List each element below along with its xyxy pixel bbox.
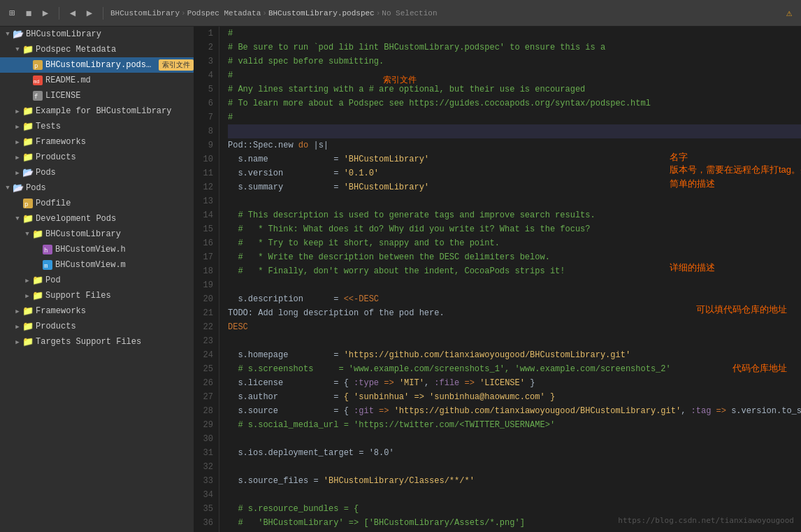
line-number: 6 xyxy=(200,96,213,110)
tree-icon-folder-blue: 📂 xyxy=(22,167,34,178)
sidebar-item-frameworks-top[interactable]: ▶📁Frameworks xyxy=(0,134,194,150)
sidebar-item-bhcustomlibrary-podspec[interactable]: pBHCustomLibrary.podspec索引文件 xyxy=(0,57,194,73)
svg-text:md: md xyxy=(34,79,39,85)
sidebar-item-podfile[interactable]: pPodfile xyxy=(0,196,194,211)
code-line: s.description = <<-DESC xyxy=(228,292,801,306)
code-line: s.homepage = 'https://github.com/tianxia… xyxy=(228,348,801,362)
sidebar-item-podspec-metadata[interactable]: ▼📁Podspec Metadata xyxy=(0,42,194,57)
code-line: s.source_files = 'BHCustomLibrary/Classe… xyxy=(228,474,801,488)
sidebar-item-pods-root[interactable]: ▼📂Pods xyxy=(0,180,194,196)
line-number: 21 xyxy=(200,306,213,320)
code-line: # * Think: What does it do? Why did you … xyxy=(228,222,801,236)
sidebar-item-bhcustomview-h[interactable]: hBHCustomView.h xyxy=(0,242,194,257)
line-number: 5 xyxy=(200,82,213,96)
code-line: # This description is used to generate t… xyxy=(228,208,801,222)
sidebar-item-pod-sub[interactable]: ▶📁Pod xyxy=(0,273,194,288)
scheme-icon[interactable]: ▶ xyxy=(39,7,52,20)
sidebar-item-products-bottom[interactable]: ▶📁Products xyxy=(0,319,194,334)
tree-arrow: ▶ xyxy=(13,168,22,178)
folder-icon[interactable]: ⊞ xyxy=(6,7,18,20)
tree-label: Products xyxy=(36,322,76,331)
tree-icon-folder: 📁 xyxy=(22,321,34,332)
tree-arrow: ▶ xyxy=(22,291,32,301)
line-numbers: 1234567891011121314151617181920212223242… xyxy=(194,27,219,532)
breadcrumb-bar: BHCustomLibrary › Podspec Metadata › BHC… xyxy=(110,9,779,17)
breadcrumb-sep-1: › xyxy=(181,9,186,17)
tree-label: BHCustomView.h xyxy=(55,245,126,254)
line-number: 18 xyxy=(200,264,213,278)
warning-icon[interactable]: ⚠ xyxy=(783,7,795,20)
code-line: # xyxy=(228,69,801,82)
code-line xyxy=(228,278,801,292)
line-number: 7 xyxy=(200,110,213,124)
tree-label: Frameworks xyxy=(36,306,86,316)
podspec-badge: 索引文件 xyxy=(159,59,194,71)
line-number: 25 xyxy=(200,362,213,376)
code-line: s.source = { :git => 'https://github.com… xyxy=(228,404,801,418)
stop-icon[interactable]: ◼ xyxy=(22,7,35,20)
sidebar-item-license[interactable]: fLICENSE xyxy=(0,88,194,103)
line-number: 29 xyxy=(200,418,213,432)
tree-arrow xyxy=(22,76,32,85)
sidebar-item-example[interactable]: ▶📁Example for BHCustomLibrary xyxy=(0,103,194,119)
line-number: 32 xyxy=(200,460,213,474)
tree-arrow: ▼ xyxy=(3,183,13,193)
toolbar-sep-1 xyxy=(59,7,59,20)
tree-icon-file-pod: p xyxy=(22,198,34,209)
tree-arrow xyxy=(22,91,32,101)
code-line: s.ios.deployment_target = '8.0' xyxy=(228,446,801,460)
tree-label: Pods xyxy=(26,183,46,193)
sidebar-item-frameworks-bottom[interactable]: ▶📁Frameworks xyxy=(0,303,194,319)
svg-text:p: p xyxy=(34,63,38,70)
tree-label: Pod xyxy=(45,275,61,285)
tree-arrow: ▶ xyxy=(22,275,32,285)
breadcrumb-root[interactable]: BHCustomLibrary xyxy=(110,9,180,17)
line-number: 14 xyxy=(200,208,213,222)
code-line xyxy=(228,334,801,348)
code-line: # valid spec before submitting. xyxy=(228,55,801,69)
line-number: 30 xyxy=(200,432,213,446)
breadcrumb-podspec-metadata[interactable]: Podspec Metadata xyxy=(187,9,261,17)
code-line: DESC xyxy=(228,320,801,334)
line-number: 34 xyxy=(200,488,213,502)
sidebar-item-bhcustomlib-sub[interactable]: ▼📁BHCustomLibrary xyxy=(0,227,194,242)
nav-forward[interactable]: ▶ xyxy=(83,7,96,20)
sidebar-item-pods-top[interactable]: ▶📂Pods xyxy=(0,165,194,180)
line-number: 4 xyxy=(200,69,213,82)
tree-icon-folder: 📁 xyxy=(32,290,43,301)
sidebar-item-support-files[interactable]: ▶📁Support Files xyxy=(0,288,194,303)
tree-icon-file-lic: f xyxy=(32,90,43,101)
tree-label: Podspec Metadata xyxy=(36,45,116,55)
sidebar-item-tests[interactable]: ▶📁Tests xyxy=(0,119,194,134)
line-number: 26 xyxy=(200,376,213,390)
code-line: # xyxy=(228,27,801,41)
sidebar-item-products-top[interactable]: ▶📁Products xyxy=(0,150,194,165)
sidebar-item-bhcustomview-m[interactable]: mBHCustomView.m xyxy=(0,257,194,273)
nav-back[interactable]: ◀ xyxy=(66,7,79,20)
tree-icon-folder: 📁 xyxy=(32,275,43,286)
editor-content[interactable]: 1234567891011121314151617181920212223242… xyxy=(194,27,801,532)
tree-label: Tests xyxy=(36,122,61,131)
tree-arrow: ▼ xyxy=(13,214,22,224)
code-line xyxy=(228,194,801,208)
tree-arrow: ▼ xyxy=(22,229,32,239)
code-line: # s.screenshots = 'www.example.com/scree… xyxy=(228,362,801,376)
tree-label: README.md xyxy=(45,76,91,85)
tree-arrow: ▶ xyxy=(13,306,22,316)
sidebar-item-devpods[interactable]: ▼📁Development Pods xyxy=(0,211,194,227)
tree-label: BHCustomLibrary xyxy=(26,29,101,39)
tree-icon-folder-blue: 📂 xyxy=(13,182,24,194)
tree-arrow: ▶ xyxy=(13,322,22,331)
code-line: s.author = { 'sunbinhua' => 'sunbinhua@h… xyxy=(228,390,801,404)
sidebar-item-bhcustomlibrary-root[interactable]: ▼📂BHCustomLibrary xyxy=(0,27,194,42)
tree-icon-file-h: h xyxy=(42,244,53,255)
line-number: 19 xyxy=(200,278,213,292)
sidebar-item-targets-support[interactable]: ▶📁Targets Support Files xyxy=(0,334,194,350)
sidebar-item-readme[interactable]: mdREADME.md xyxy=(0,73,194,88)
tree-label: Podfile xyxy=(36,199,71,208)
breadcrumb-file[interactable]: BHCustomLibrary.podspec xyxy=(268,9,375,17)
tree-label: BHCustomView.m xyxy=(55,260,126,270)
code-line: Pod::Spec.new do |s| xyxy=(228,138,801,152)
line-number: 1 xyxy=(200,27,213,41)
tree-label: BHCustomLibrary xyxy=(45,229,121,239)
